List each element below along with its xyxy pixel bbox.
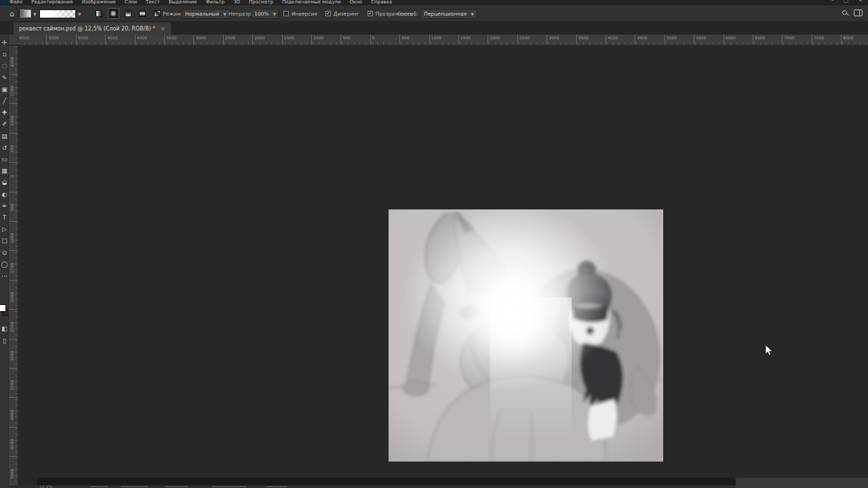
document-title: реквест саймон.psd @ 12,5% (Слой 20, RGB… (19, 26, 155, 32)
foreground-color-swatch[interactable] (0, 304, 6, 312)
separator (278, 8, 279, 19)
shape-tool[interactable]: □ (0, 237, 9, 245)
status-zoom-value: 12,5% (39, 485, 52, 488)
move-tool[interactable]: ✛ (0, 39, 9, 47)
screen-mode-button[interactable]: ▯ (0, 337, 9, 346)
clone-stamp-tool[interactable]: ▤ (0, 132, 9, 141)
lasso-tool[interactable]: ◌ (0, 62, 9, 70)
brush-tool[interactable]: ✐ (0, 120, 9, 129)
blend-mode-dropdown[interactable]: Нормальный ▼ (182, 5, 230, 22)
menu-Текст[interactable]: Текст (146, 0, 160, 5)
tool-preset-picker[interactable]: ▼ (20, 5, 37, 22)
pen-tool[interactable]: ✒ (0, 202, 9, 211)
checkbox-Дизеринг[interactable]: ✓Дизеринг (326, 11, 359, 17)
menu-3D[interactable]: 3D (233, 0, 240, 5)
gradient-tool[interactable]: ▦ (0, 167, 9, 176)
v-ruler-label: 4500 (9, 439, 18, 457)
type-tool[interactable]: T (0, 214, 9, 222)
color-swatches[interactable] (0, 304, 9, 318)
h-ruler-label: 7500 (812, 35, 824, 45)
menu-Фильтр[interactable]: Фильтр (205, 0, 224, 5)
v-ruler-label: 3000 (9, 351, 18, 369)
Прозрачность-checkbox-box[interactable]: ✓ (368, 11, 373, 16)
h-ruler-label: 7000 (782, 35, 794, 45)
reflected-gradient-button[interactable] (137, 8, 149, 19)
opacity-dropdown[interactable]: 100% ▼ (251, 5, 279, 22)
linear-gradient-button[interactable] (93, 8, 104, 19)
tool-options-bar: ⌂ ▼ ▼ Режим: Нормальный ▼ Непрозр.: 100%… (0, 5, 868, 22)
Дизеринг-checkbox-box[interactable]: ✓ (326, 11, 331, 16)
menu-Выделение[interactable]: Выделение (169, 0, 197, 5)
chevron-down-icon: ▼ (78, 12, 81, 16)
photoshop-window: ФайлРедактированиеИзображениеСлоиТекстВы… (0, 0, 868, 488)
checkbox-label: Инверсия (292, 11, 317, 17)
toolbox: ✛▫◌✎▣╱✚✐▤↺▭▦◒◐✒T▷□⊙◯⋯ ◧ ▯ (0, 35, 9, 488)
horizontal-ruler: 6000550050004500400035003000250020001500… (18, 35, 868, 45)
interpolation-dropdown[interactable]: Перцепционная ▼ (420, 5, 477, 22)
history-brush-tool[interactable]: ↺ (0, 144, 9, 152)
document-tab-bar: реквест саймон.psd @ 12,5% (Слой 20, RGB… (0, 22, 868, 35)
menu-Подключаемые модули[interactable]: Подключаемые модули (282, 0, 341, 5)
blur-tool[interactable]: ◒ (0, 178, 9, 187)
h-ruler-label: 4000 (135, 35, 147, 45)
h-ruler-label: 4500 (635, 35, 647, 45)
interpolation-value: Перцепционная (424, 11, 467, 17)
chevron-down-icon: ▼ (33, 12, 37, 16)
quick-mask-button[interactable]: ◧ (0, 325, 9, 333)
menu-bar: ФайлРедактированиеИзображениеСлоиТекстВы… (0, 0, 868, 5)
hand-tool[interactable]: ⊙ (0, 249, 9, 258)
radial-gradient-button[interactable] (108, 8, 119, 19)
v-ruler-label: 5000 (9, 469, 18, 487)
angle-gradient-button[interactable] (122, 8, 134, 19)
home-icon[interactable]: ⌂ (9, 5, 14, 22)
path-selection-tool[interactable]: ▷ (0, 225, 9, 234)
menu-Файл[interactable]: Файл (9, 0, 22, 5)
bottom-right-strip (736, 478, 868, 488)
v-ruler-label: 500 (9, 145, 18, 163)
h-ruler-label: 1500 (282, 35, 294, 45)
checkbox-Инверсия[interactable]: Инверсия (283, 11, 317, 17)
gradient-preview[interactable] (39, 9, 76, 18)
edit-toolbar[interactable]: ⋯ (0, 272, 9, 281)
h-ruler-label: 2500 (517, 35, 530, 45)
zoom-tool[interactable]: ◯ (0, 260, 9, 269)
h-ruler-label: 6500 (753, 35, 765, 45)
chevron-down-icon: ▼ (273, 12, 276, 16)
maximize-icon[interactable]: ▢ (844, 0, 849, 3)
crop-tool[interactable]: ▣ (0, 85, 9, 94)
h-ruler-label: 5500 (46, 35, 58, 45)
h-ruler-label: 3000 (193, 35, 205, 45)
marquee-tool[interactable]: ▫ (0, 50, 9, 59)
v-ruler-label: 2000 (9, 57, 18, 75)
gradient-editor[interactable]: ▼ (39, 5, 81, 22)
eraser-tool[interactable]: ▭ (0, 155, 9, 164)
h-ruler-label: 3500 (164, 35, 176, 45)
status-bar: 12,5% (9, 485, 736, 488)
document-tab[interactable]: реквест саймон.psd @ 12,5% (Слой 20, RGB… (14, 22, 171, 35)
method-label: Способ: (397, 5, 421, 22)
healing-brush-tool[interactable]: ✚ (0, 108, 9, 117)
eyedropper-tool[interactable]: ╱ (0, 97, 9, 106)
h-ruler-label: 2500 (223, 35, 235, 45)
close-icon[interactable]: ✕ (858, 0, 863, 3)
workspace-switcher-icon[interactable] (854, 9, 863, 16)
Инверсия-checkbox-box[interactable] (283, 11, 289, 16)
menu-Редактирование[interactable]: Редактирование (31, 0, 73, 5)
v-ruler-label: 500 (9, 204, 18, 222)
menu-Слои[interactable]: Слои (125, 0, 137, 5)
menu-Справка[interactable]: Справка (371, 0, 392, 5)
dodge-tool[interactable]: ◐ (0, 190, 9, 199)
h-ruler-label: 500 (340, 35, 350, 45)
search-icon[interactable] (842, 10, 848, 16)
minimize-icon[interactable]: – (831, 0, 834, 3)
h-ruler-label: 1000 (311, 35, 323, 45)
menu-Окно[interactable]: Окно (350, 0, 363, 5)
diamond-gradient-button[interactable] (151, 8, 163, 19)
h-ruler-label: 0 (370, 35, 375, 45)
menu-Просмотр[interactable]: Просмотр (249, 0, 273, 5)
canvas-document[interactable] (389, 209, 663, 462)
close-icon[interactable]: × (161, 26, 165, 32)
quick-selection-tool[interactable]: ✎ (0, 74, 9, 83)
menu-Изображение[interactable]: Изображение (81, 0, 115, 5)
app-icon[interactable] (1, 0, 7, 5)
